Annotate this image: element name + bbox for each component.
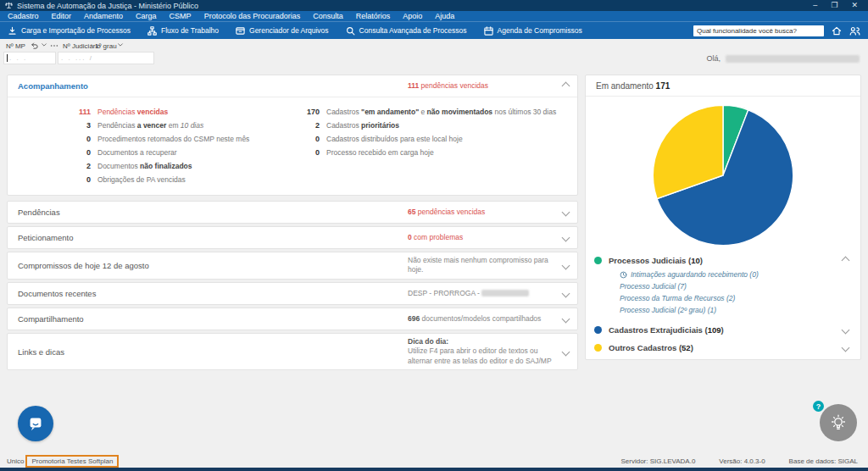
stat-count: 2 <box>296 119 320 132</box>
legend-subitem-label: Intimações aguardando recebimento (0) <box>631 270 759 279</box>
stat-pendencias-vencidas[interactable]: 111Pendências vencidas <box>67 105 296 119</box>
stat-count: 3 <box>67 119 91 132</box>
chevron-down-icon[interactable] <box>562 289 570 297</box>
home-icon[interactable] <box>832 26 842 36</box>
legend-subitem-processo-judicial-7[interactable]: Processo Judicial (7) <box>620 282 852 291</box>
menu-item-carga[interactable]: Carga <box>136 12 157 20</box>
pie-legend: Processos Judiciais (10)Intimações aguar… <box>586 252 860 362</box>
menu-item-protocolo-das-procuradorias[interactable]: Protocolo das Procuradorias <box>204 12 301 20</box>
chevron-down-icon[interactable] <box>562 234 570 242</box>
chevron-down-icon[interactable] <box>842 326 850 335</box>
text-caret <box>7 54 8 62</box>
stat-count: 111 <box>67 105 91 119</box>
menu-item-cadastro[interactable]: Cadastro <box>8 12 39 20</box>
legend-item-cadastros-extrajudiciais[interactable]: Cadastros Extrajudiciais (109) <box>594 321 852 339</box>
legend-subitem-intimacoes-aguardando-recebimento-0[interactable]: Intimações aguardando recebimento (0) <box>620 270 852 279</box>
legend-subitem-label: Processo Judicial (7) <box>620 282 687 291</box>
chat-button[interactable] <box>18 406 53 441</box>
document-name-redacted <box>481 290 529 296</box>
toolbar: Carga e Importação de ProcessosFluxo de … <box>0 21 868 39</box>
stat-procedimentos-retomados-do-csmp-neste-mes[interactable]: 0Procedimentos retomados do CSMP neste m… <box>67 132 296 146</box>
judicial-number-input[interactable]: . . ... / <box>58 52 154 64</box>
menu-item-andamento[interactable]: Andamento <box>84 12 123 20</box>
panel-compromissos-de-hoje-12-de-agosto-header[interactable]: Compromissos de hoje 12 de agostoNão exi… <box>8 252 577 279</box>
stat-documentos-nao-finalizados[interactable]: 2Documentos não finalizados <box>67 159 296 173</box>
more-icon[interactable] <box>50 42 58 50</box>
search-input[interactable] <box>693 25 824 36</box>
clock-icon <box>620 271 627 279</box>
panel-summary: DESP - PRORROGA - <box>408 285 554 302</box>
users-icon[interactable] <box>849 26 860 36</box>
panel-summary: 0 com problemas <box>408 230 554 246</box>
legend-subitem-processo-da-turma-de-recursos-2[interactable]: Processo da Turma de Recursos (2) <box>620 294 852 302</box>
panel-summary: 65 pendências vencidas <box>408 204 554 220</box>
legend-subitem-label: Processo Judicial (2º grau) (1) <box>620 306 716 314</box>
chevron-down-icon[interactable] <box>562 314 570 323</box>
stat-label: Cadastros "em andamento" e não movimenta… <box>326 105 556 119</box>
panel-title: Documentos recentes <box>18 289 408 298</box>
panel-peticionamento-header[interactable]: Peticionamento0 com problemas <box>8 227 577 248</box>
chevron-down-icon[interactable] <box>41 42 47 48</box>
stat-cadastros-em-andamento-e-nao-movimentados-nos-ultimos-30-dias[interactable]: 170Cadastros "em andamento" e não movime… <box>296 105 567 119</box>
panel-title: Acompanhamento <box>18 81 408 91</box>
chevron-down-icon[interactable] <box>842 344 850 352</box>
tips-button[interactable] <box>820 404 857 441</box>
legend-dot-icon <box>594 257 602 264</box>
undo-icon[interactable] <box>31 42 39 50</box>
saj-window: Sistema de Automação da Justiça - Minist… <box>0 0 868 471</box>
panel-documentos-recentes-header[interactable]: Documentos recentesDESP - PRORROGA - <box>8 283 577 304</box>
stat-cadastros-prioritarios[interactable]: 2Cadastros prioritários <box>296 119 567 132</box>
panel-links-e-dicas: Links e dicasDica do dia:Utilize F4 para… <box>7 333 578 370</box>
stat-documentos-a-recuperar[interactable]: 0Documentos a recuperar <box>67 146 296 159</box>
current-unit-selector[interactable]: Promotoria Testes Softplan <box>25 455 119 468</box>
panel-documentos-recentes: Documentos recentesDESP - PRORROGA - <box>7 282 578 305</box>
stat-label: Pendências a vencer em 10 dias <box>97 119 203 132</box>
chevron-down-icon[interactable] <box>562 262 570 270</box>
stat-cadastros-distribuidos-para-este-local-hoje[interactable]: 0Cadastros distribuídos para este local … <box>296 132 567 146</box>
chevron-down-icon[interactable] <box>117 42 124 48</box>
degree-select[interactable]: 1º grau <box>95 42 117 50</box>
menu-item-consulta[interactable]: Consulta <box>313 12 343 20</box>
menu-item-editor[interactable]: Editor <box>52 12 72 20</box>
panel-links-e-dicas-header[interactable]: Links e dicasDica do dia:Utilize F4 para… <box>8 334 577 369</box>
menu-item-apoio[interactable]: Apoio <box>403 12 422 20</box>
chevron-up-icon[interactable] <box>842 257 850 265</box>
toolbar-button-gerenciador-de-arquivos[interactable]: Gerenciador de Arquivos <box>236 26 329 36</box>
legend-dot-icon <box>594 344 602 352</box>
legend-item-outros-cadastros[interactable]: Outros Cadastros (52) <box>594 339 852 357</box>
stat-obrigacoes-de-pa-vencidas[interactable]: 0Obrigações de PA vencidas <box>67 173 296 186</box>
chevron-up-icon[interactable] <box>562 82 570 91</box>
maximize-button[interactable]: ❐ <box>831 0 837 11</box>
file-manager-icon <box>236 26 245 36</box>
panel-acompanhamento-header[interactable]: Acompanhamento 111 pendências vencidas <box>8 75 577 97</box>
legend-item-processos-judiciais[interactable]: Processos Judiciais (10) <box>594 252 852 269</box>
minimize-button[interactable]: – <box>813 0 817 11</box>
legend-label: Processos Judiciais (10) <box>609 256 703 265</box>
help-badge[interactable]: ? <box>813 401 824 412</box>
toolbar-button-consulta-avancada-de-processos[interactable]: Consulta Avançada de Processos <box>346 26 467 36</box>
chevron-down-icon[interactable] <box>562 347 570 356</box>
menu-item-relatorios[interactable]: Relatórios <box>356 12 391 20</box>
stat-count: 0 <box>67 132 91 146</box>
status-left-label: Unico <box>7 457 24 465</box>
toolbar-button-agenda-de-compromissos[interactable]: Agenda de Compromissos <box>484 26 582 36</box>
panel-summary: 696 documentos/modelos compartilhados <box>408 311 554 327</box>
menu-item-ajuda[interactable]: Ajuda <box>435 12 454 20</box>
stat-pendencias-a-vencer-em-10-dias[interactable]: 3Pendências a vencer em 10 dias <box>67 119 296 132</box>
stat-processo-recebido-em-carga-hoje[interactable]: 0Processo recebido em carga hoje <box>296 146 567 159</box>
legend-subitem-processo-judicial-2-grau-1[interactable]: Processo Judicial (2º grau) (1) <box>620 306 852 314</box>
chat-bubble-icon <box>26 414 45 433</box>
panel-compartilhamento-header[interactable]: Compartilhamento696 documentos/modelos c… <box>8 308 577 330</box>
toolbar-button-label: Agenda de Compromissos <box>498 26 582 35</box>
toolbar-button-fluxo-de-trabalho[interactable]: Fluxo de Trabalho <box>147 26 219 36</box>
close-button[interactable]: ✕ <box>851 0 858 11</box>
stat-label: Processo recebido em carga hoje <box>326 146 434 159</box>
panel-title: Peticionamento <box>18 233 408 242</box>
mp-number-input[interactable]: . . . <box>3 52 56 64</box>
toolbar-button-carga-e-importacao-de-processos[interactable]: Carga e Importação de Processos <box>8 26 131 36</box>
em-andamento-title: Em andamento <box>596 81 654 91</box>
bottom-accent-strip <box>0 468 868 471</box>
panel-pendencias-header[interactable]: Pendências65 pendências vencidas <box>8 202 577 223</box>
menu-item-csmp[interactable]: CSMP <box>170 12 192 20</box>
chevron-down-icon[interactable] <box>562 208 570 217</box>
